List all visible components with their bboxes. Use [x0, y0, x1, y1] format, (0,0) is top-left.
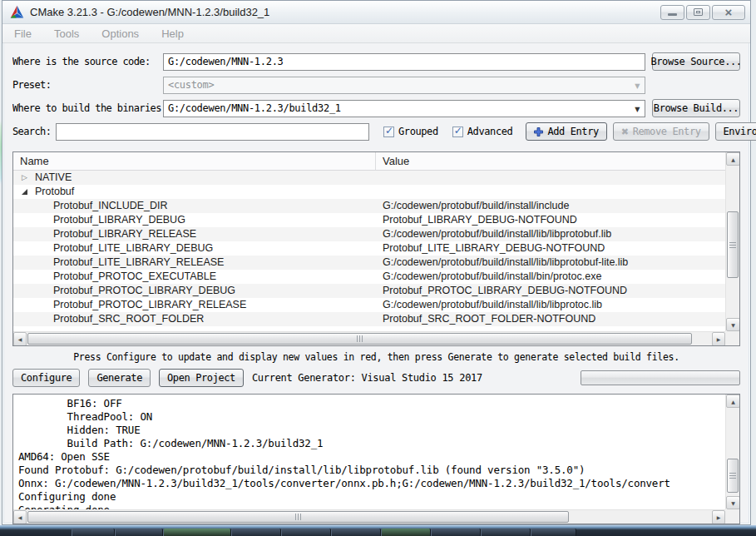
menu-tools[interactable]: Tools: [54, 27, 79, 40]
chevron-down-icon: ▼: [635, 82, 640, 90]
column-header-value[interactable]: Value: [376, 152, 725, 170]
taskbar-button[interactable]: [115, 529, 163, 536]
scroll-down-icon[interactable]: ▼: [726, 318, 740, 331]
taskbar-button[interactable]: [231, 529, 281, 536]
table-row[interactable]: Protobuf_LIBRARY_DEBUG Protobuf_LIBRARY_…: [13, 213, 725, 227]
x-icon: ✖: [621, 127, 629, 137]
remove-entry-button: ✖ Remove Entry: [613, 122, 709, 141]
taskbar-button[interactable]: [531, 529, 576, 536]
grouped-checkbox[interactable]: ✓: [383, 127, 394, 137]
search-input[interactable]: [56, 123, 369, 141]
taskbar-button[interactable]: [481, 529, 531, 536]
close-button[interactable]: ×: [712, 5, 745, 20]
taskbar-button[interactable]: [163, 529, 231, 536]
scroll-down-icon[interactable]: ▼: [726, 496, 740, 509]
minimize-button[interactable]: [660, 5, 684, 20]
table-vertical-scrollbar[interactable]: ▲ ▼: [725, 152, 739, 331]
taskbar-button[interactable]: [72, 529, 115, 536]
table-row[interactable]: Protobuf_PROTOC_EXECUTABLE G:/codewen/pr…: [13, 270, 725, 284]
source-row: Where is the source code: G:/codewen/MNN…: [12, 52, 740, 71]
menu-options[interactable]: Options: [101, 27, 139, 40]
output-line: Hidden: TRUE: [18, 424, 725, 437]
scrollbar-thumb[interactable]: [727, 459, 739, 492]
plus-icon: [534, 127, 543, 136]
taskbar-button[interactable]: [281, 529, 331, 536]
scrollbar-thumb[interactable]: [27, 511, 569, 523]
output-line: Onnx: G:/codewen/MNN-1.2.3/build32_1/too…: [18, 477, 725, 490]
scroll-up-icon[interactable]: ▲: [726, 395, 740, 408]
action-row: Configure Generate Open Project Current …: [12, 368, 740, 388]
table-row[interactable]: Protobuf_LITE_LIBRARY_DEBUG Protobuf_LIT…: [13, 241, 725, 256]
open-project-button[interactable]: Open Project: [159, 369, 244, 387]
chevron-down-icon[interactable]: ▼: [635, 106, 640, 113]
advanced-checkbox-group: ✓ Advanced: [452, 126, 513, 137]
check-icon: ✓: [385, 125, 393, 136]
taskbar-button[interactable]: [381, 529, 431, 536]
taskbar-button[interactable]: [431, 529, 481, 536]
cmake-window: CMake 3.21.3 - G:/codewen/MNN-1.2.3/buil…: [2, 0, 751, 525]
output-line: Found Protobuf: G:/codewen/protobuf/buil…: [18, 464, 725, 477]
table-row[interactable]: Protobuf_PROTOC_LIBRARY_DEBUG Protobuf_P…: [13, 284, 725, 298]
search-row: Search: ✓ Grouped ✓ Advanced Add Entry: [12, 122, 740, 141]
table-row[interactable]: Protobuf_INCLUDE_DIR G:/codewen/protobuf…: [13, 199, 725, 213]
output-horizontal-scrollbar[interactable]: ◀ ▶: [13, 509, 725, 524]
advanced-checkbox[interactable]: ✓: [452, 127, 463, 137]
table-body: NATIVE Protobuf Protobuf_INCLUDE_DIR G:/…: [13, 171, 725, 326]
grouped-checkbox-group: ✓ Grouped: [383, 126, 438, 137]
window-controls: ×: [660, 5, 745, 20]
expand-arrow-icon[interactable]: [22, 171, 35, 185]
collapse-arrow-icon[interactable]: [22, 189, 35, 195]
output-line: ThreadPool: ON: [18, 410, 725, 424]
environment-button[interactable]: Environment...: [715, 122, 756, 141]
output-line: Generating done: [18, 504, 725, 509]
menubar: File Tools Options Help: [2, 24, 750, 43]
table-row[interactable]: Protobuf_SRC_ROOT_FOLDER Protobuf_SRC_RO…: [13, 312, 725, 326]
output-text: BF16: OFF ThreadPool: ON Hidden: TRUE Bu…: [13, 395, 725, 509]
cmake-logo-icon: [10, 5, 24, 19]
scrollbar-thumb[interactable]: [727, 211, 739, 279]
table-row[interactable]: NATIVE: [13, 171, 725, 185]
taskbar: [0, 525, 756, 536]
grouped-label: Grouped: [398, 126, 438, 137]
scroll-right-icon[interactable]: ▶: [712, 510, 725, 524]
progress-bar: [581, 370, 740, 385]
configure-hint-text: Press Configure to update and display ne…: [12, 351, 740, 363]
table-row[interactable]: Protobuf_LIBRARY_RELEASE G:/codewen/prot…: [13, 227, 725, 241]
maximize-icon: [694, 8, 703, 16]
build-row: Where to build the binaries: G:/codewen/…: [12, 99, 740, 117]
output-line: AMD64: Open SSE: [18, 450, 725, 464]
menu-file[interactable]: File: [14, 27, 32, 40]
table-row[interactable]: Protobuf: [13, 185, 725, 199]
table-horizontal-scrollbar[interactable]: ◀ ▶: [13, 331, 725, 345]
browse-source-button[interactable]: Browse Source...: [652, 52, 740, 71]
search-label: Search:: [12, 126, 56, 137]
current-generator-label: Current Generator: Visual Studio 15 2017: [252, 372, 482, 384]
browse-build-button[interactable]: Browse Build...: [652, 99, 740, 117]
scrollbar-thumb[interactable]: [27, 333, 692, 345]
build-path-combobox[interactable]: G:/codewen/MNN-1.2.3/build32_1 ▼: [163, 100, 645, 117]
source-label: Where is the source code:: [12, 56, 163, 67]
scroll-left-icon[interactable]: ◀: [13, 332, 27, 346]
scroll-left-icon[interactable]: ◀: [13, 510, 27, 524]
output-vertical-scrollbar[interactable]: ▲ ▼: [725, 395, 739, 509]
table-row[interactable]: Protobuf_PROTOC_LIBRARY_RELEASE G:/codew…: [13, 298, 725, 312]
scroll-up-icon[interactable]: ▲: [726, 152, 740, 166]
generate-button[interactable]: Generate: [88, 369, 151, 387]
source-path-input[interactable]: G:/codewen/MNN-1.2.3: [163, 53, 645, 71]
column-header-name[interactable]: Name: [13, 152, 376, 170]
maximize-button[interactable]: [686, 5, 710, 20]
table-row[interactable]: Protobuf_LITE_LIBRARY_RELEASE G:/codewen…: [13, 256, 725, 270]
scroll-right-icon[interactable]: ▶: [712, 332, 725, 346]
titlebar: CMake 3.21.3 - G:/codewen/MNN-1.2.3/buil…: [2, 1, 750, 24]
menu-help[interactable]: Help: [161, 27, 184, 40]
taskbar-button[interactable]: [331, 529, 381, 536]
minimize-icon: [668, 13, 677, 16]
window-title: CMake 3.21.3 - G:/codewen/MNN-1.2.3/buil…: [30, 6, 269, 18]
output-log-pane: BF16: OFF ThreadPool: ON Hidden: TRUE Bu…: [12, 394, 740, 524]
output-line: Build Path: G:/codewen/MNN-1.2.3/build32…: [18, 437, 725, 450]
configure-button[interactable]: Configure: [12, 369, 80, 387]
preset-combobox: <custom> ▼: [163, 77, 645, 94]
add-entry-button[interactable]: Add Entry: [526, 122, 606, 141]
scrollbar-corner: [725, 509, 739, 524]
output-line: Configuring done: [18, 490, 725, 504]
